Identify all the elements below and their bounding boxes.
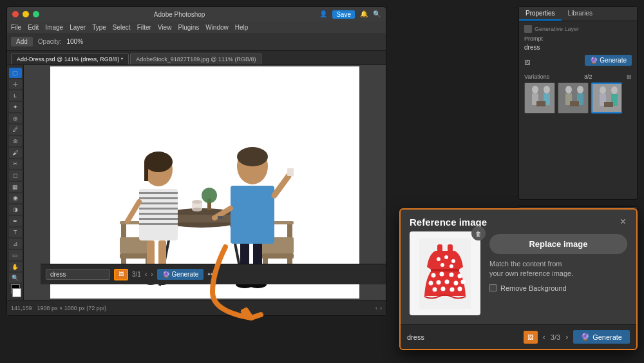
opacity-label: Opacity:: [38, 38, 62, 45]
ref-delete-btn[interactable]: 🗑: [471, 226, 486, 240]
opacity-value[interactable]: 100%: [66, 38, 83, 45]
svg-rect-66: [437, 244, 442, 253]
tab-libraries[interactable]: Libraries: [562, 7, 599, 21]
tool-clone[interactable]: ✂: [9, 159, 22, 170]
generate-prompt-input[interactable]: [46, 269, 110, 280]
ref-right-content: Replace image Match the content fromyour…: [489, 231, 627, 292]
tool-zoom[interactable]: 🔍: [9, 273, 22, 283]
menu-filter[interactable]: Filter: [137, 24, 151, 31]
tools-panel: ▢ ✛ ʟ ✦ ⊕ 🖉 ⊛ 🖌 ✂ ◻ ▦ ◉ ◑ ✒ T ⊿ ▭ ✋ 🔍: [7, 65, 24, 300]
tool-path[interactable]: ⊿: [9, 239, 22, 249]
tab-properties[interactable]: Properties: [519, 7, 562, 21]
bottom-nav-prev[interactable]: ‹: [543, 333, 545, 342]
section-title: Generative Layer: [524, 25, 632, 33]
tool-eyedrop[interactable]: 🖉: [9, 124, 22, 135]
svg-point-79: [445, 280, 450, 284]
tool-heal[interactable]: ⊛: [9, 136, 22, 146]
popup-close-btn[interactable]: ×: [619, 216, 627, 228]
app-title: Adobe Photoshop: [154, 11, 205, 18]
svg-rect-17: [261, 253, 294, 259]
variation-2[interactable]: [558, 83, 589, 113]
tool-shape[interactable]: ▭: [9, 250, 22, 260]
header-icon-profile[interactable]: 👤: [319, 10, 327, 19]
tool-brush[interactable]: 🖌: [9, 148, 22, 158]
tab-main-doc[interactable]: Add-Dress.psd @ 141% (dress, RGB/8) *: [11, 54, 129, 64]
generate-button[interactable]: 🔮 Generate: [157, 269, 204, 280]
grid-icon: ⊞: [627, 74, 632, 80]
menu-type[interactable]: Type: [92, 24, 106, 31]
menu-view[interactable]: View: [158, 24, 172, 31]
tool-move[interactable]: ✛: [9, 79, 22, 90]
remove-bg-label: Remove Background: [500, 284, 567, 292]
variation-3[interactable]: [591, 83, 622, 113]
save-cloud-btn[interactable]: Save: [332, 10, 355, 19]
svg-point-82: [433, 288, 437, 292]
gen-next-btn[interactable]: ›: [151, 271, 153, 278]
header-icon-search[interactable]: 🔍: [373, 10, 381, 19]
menu-layer[interactable]: Layer: [70, 24, 86, 31]
remove-bg-checkbox[interactable]: [489, 284, 497, 291]
tool-gradient[interactable]: ▦: [9, 182, 22, 192]
background-color[interactable]: [12, 288, 21, 297]
gen-more-btn[interactable]: •••: [207, 270, 216, 279]
svg-point-84: [450, 288, 455, 292]
svg-point-70: [451, 259, 455, 263]
gen-prev-btn[interactable]: ‹: [145, 271, 147, 278]
svg-rect-29: [139, 213, 178, 215]
add-button[interactable]: Add: [11, 37, 33, 46]
bottom-ref-icon[interactable]: 🖼: [524, 331, 538, 344]
tool-magic[interactable]: ✦: [9, 102, 22, 112]
svg-point-73: [431, 273, 436, 278]
status-bar: 141,159 1908 px × 1080 px (72 ppi) ‹ ›: [7, 300, 386, 315]
menu-file[interactable]: File: [11, 24, 21, 31]
svg-point-72: [450, 264, 453, 268]
menu-image[interactable]: Image: [45, 24, 63, 31]
svg-point-62: [611, 86, 618, 94]
close-dot[interactable]: [12, 11, 19, 17]
max-dot[interactable]: [33, 11, 39, 17]
bottom-nav-next[interactable]: ›: [565, 333, 568, 342]
svg-point-7: [192, 208, 202, 211]
menu-edit[interactable]: Edit: [28, 24, 39, 31]
variations-header: Variations 3/2 ⊞: [524, 74, 632, 80]
tool-blur[interactable]: ◉: [9, 193, 22, 204]
svg-point-48: [532, 86, 538, 93]
svg-point-74: [440, 272, 444, 277]
tool-dodge[interactable]: ◑: [9, 204, 22, 215]
svg-point-45: [237, 147, 268, 166]
bottom-generate-btn[interactable]: 🔮 Generate: [573, 330, 630, 344]
options-bar: Add Opacity: 100%: [7, 33, 386, 51]
replace-image-btn[interactable]: Replace image: [489, 234, 627, 254]
menu-plugins[interactable]: Plugins: [178, 24, 199, 31]
tool-hand[interactable]: ✋: [9, 262, 22, 272]
svg-point-6: [192, 200, 202, 204]
menu-bar: File Edit Image Layer Type Select Filter…: [7, 21, 386, 33]
svg-rect-46: [218, 216, 223, 219]
tool-eraser[interactable]: ◻: [9, 170, 22, 181]
nav-prev[interactable]: ‹: [375, 305, 377, 311]
nav-next[interactable]: ›: [380, 305, 382, 311]
tool-select[interactable]: ▢: [9, 68, 22, 78]
svg-point-69: [444, 255, 448, 259]
reference-image-btn[interactable]: 🖼: [114, 269, 128, 280]
prompt-label: Prompt: [524, 35, 632, 42]
tool-type[interactable]: T: [9, 228, 22, 238]
svg-point-77: [429, 281, 433, 286]
menu-window[interactable]: Window: [205, 24, 229, 31]
variation-1[interactable]: [524, 83, 555, 113]
remove-background-row: Remove Background: [489, 284, 627, 292]
menu-help[interactable]: Help: [235, 24, 249, 31]
tool-crop[interactable]: ⊕: [9, 113, 22, 124]
svg-point-68: [437, 257, 440, 261]
tool-pen[interactable]: ✒: [9, 216, 22, 226]
header-icon-bell[interactable]: 🔔: [360, 10, 368, 19]
tool-lasso[interactable]: ʟ: [9, 90, 22, 101]
min-dot[interactable]: [23, 11, 29, 17]
panel-generate-btn[interactable]: 🔮 Generate: [585, 55, 632, 66]
svg-rect-40: [231, 186, 274, 244]
svg-rect-58: [570, 101, 579, 106]
tab-ref-doc[interactable]: AdobeStock_91827T189.jpg @ 111% (RGB/8): [130, 54, 261, 64]
svg-point-75: [450, 273, 454, 277]
ref-dress-image: [419, 238, 471, 309]
menu-select[interactable]: Select: [113, 24, 131, 31]
